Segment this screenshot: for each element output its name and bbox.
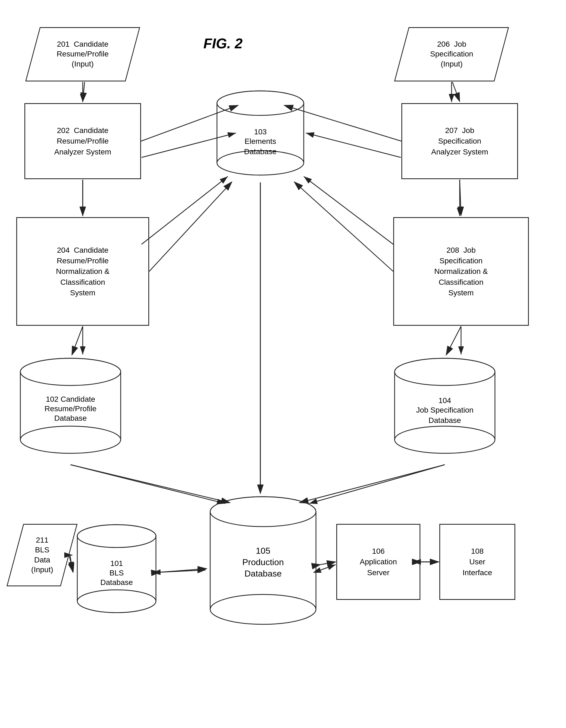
node-202-label: 202 CandidateResume/ProfileAnalyzer Syst…	[52, 123, 113, 159]
node-102: 102 Candidate Resume/Profile Database	[16, 356, 125, 464]
svg-line-74	[149, 182, 232, 271]
svg-text:102  Candidate: 102 Candidate	[46, 395, 95, 403]
svg-line-69	[452, 82, 460, 102]
svg-line-75	[294, 182, 393, 271]
node-104: 104 Job Specification Database	[390, 356, 499, 464]
node-106: 106ApplicationServer	[336, 524, 420, 600]
svg-point-5	[217, 91, 304, 115]
svg-text:101: 101	[110, 559, 123, 568]
node-211-label: 211BLSData(Input)	[31, 535, 53, 575]
node-208: 208 JobSpecificationNormalization &Class…	[393, 217, 529, 326]
svg-text:Database: Database	[100, 578, 133, 587]
svg-text:Database: Database	[54, 414, 87, 422]
svg-point-13	[20, 426, 121, 453]
svg-point-32	[210, 497, 316, 527]
svg-point-14	[20, 358, 121, 385]
svg-line-60	[70, 555, 72, 570]
node-207-label: 207 JobSpecificationAnalyzer System	[429, 123, 490, 159]
node-206-label: 206 JobSpecification(Input)	[430, 39, 473, 69]
node-211: 211BLSData(Input)	[7, 524, 78, 586]
node-207: 207 JobSpecificationAnalyzer System	[401, 103, 518, 179]
svg-point-40	[77, 590, 156, 613]
svg-line-80	[299, 465, 445, 503]
node-201: 201 CandidateResume/Profile(Input)	[25, 27, 140, 81]
svg-text:Database: Database	[245, 569, 282, 578]
svg-line-82	[160, 569, 207, 572]
svg-text:Database: Database	[244, 147, 277, 156]
svg-text:104: 104	[438, 396, 451, 405]
svg-text:Production: Production	[243, 557, 284, 567]
svg-line-54	[306, 133, 401, 157]
svg-line-68	[83, 82, 85, 102]
node-108-label: 108UserInterface	[460, 544, 494, 580]
svg-point-31	[210, 594, 316, 624]
node-202: 202 CandidateResume/ProfileAnalyzer Syst…	[24, 103, 141, 179]
svg-text:Elements: Elements	[245, 137, 277, 145]
svg-text:Database: Database	[428, 416, 461, 425]
node-201-label: 201 CandidateResume/Profile(Input)	[57, 39, 109, 69]
svg-text:103: 103	[254, 128, 267, 136]
svg-line-64	[320, 565, 336, 570]
svg-line-55	[142, 176, 228, 244]
node-204: 204 CandidateResume/ProfileNormalization…	[16, 217, 149, 326]
svg-line-58	[71, 465, 225, 504]
svg-point-22	[394, 426, 495, 453]
svg-line-83	[320, 562, 336, 565]
node-106-label: 106ApplicationServer	[358, 544, 399, 580]
svg-text:BLS: BLS	[110, 569, 124, 577]
svg-line-81	[69, 556, 73, 572]
node-208-label: 208 JobSpecificationNormalization &Class…	[432, 243, 490, 300]
svg-line-76	[72, 326, 83, 355]
svg-line-62	[70, 556, 73, 572]
svg-point-23	[394, 358, 495, 385]
node-108: 108UserInterface	[439, 524, 515, 600]
diagram: FIG. 2 201 CandidateResume/Profile(Input…	[0, 0, 566, 728]
svg-point-41	[77, 525, 156, 547]
node-101: 101 BLS Database	[73, 521, 160, 624]
svg-line-71	[460, 180, 461, 216]
node-206: 206 JobSpecification(Input)	[394, 27, 509, 81]
svg-text:105: 105	[256, 546, 270, 556]
svg-line-63	[161, 570, 206, 572]
svg-line-59	[309, 465, 445, 504]
node-103: 103 Elements Database	[214, 87, 306, 182]
svg-line-77	[446, 326, 461, 355]
node-204-label: 204 CandidateResume/ProfileNormalization…	[54, 243, 112, 300]
svg-text:Resume/Profile: Resume/Profile	[45, 404, 96, 413]
node-105: 105 Production Database	[206, 494, 320, 635]
figure-label: FIG. 2	[204, 35, 243, 52]
svg-text:Job Specification: Job Specification	[416, 406, 473, 414]
svg-line-56	[304, 176, 393, 244]
